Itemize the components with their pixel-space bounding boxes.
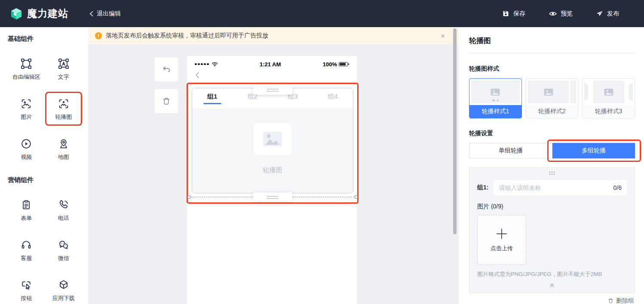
sidebar-item-text[interactable]: 文字 [45,52,83,86]
trash-icon [162,96,171,106]
style-option-2[interactable]: 轮播样式2 [526,78,579,118]
sidebar-item-service[interactable]: 客服 [8,233,45,267]
carousel-dots [492,99,499,101]
image-glyph-icon [491,88,500,96]
sidebar-item-label: 电话 [58,214,69,222]
sidebar-item-label: 文字 [58,73,69,81]
carousel-component-selection[interactable]: 组1 组2 组3 组4 [187,83,359,204]
button-icon [20,279,32,292]
image-glyph-icon [544,88,553,96]
style-option-label: 轮播样式3 [583,105,635,118]
sidebar-item-video[interactable]: 视频 [8,132,45,166]
sidebar-item-label: 轮播图 [55,113,72,121]
section-title-marketing: 营销组件 [8,176,82,184]
style-1-preview [471,81,520,103]
save-button[interactable]: 保存 [502,9,525,18]
topbar-actions: 保存 预览 发布 [502,9,619,18]
sidebar-item-label: 自由编辑区 [12,73,40,81]
banner-text: 落地页发布后会触发系统审核，审核通过后即可用于广告投放 [106,32,441,40]
exit-edit-button[interactable]: 退出编辑 [89,10,121,18]
sidebar-item-image[interactable]: 图片 [8,92,45,126]
wifi-icon [212,62,218,67]
editor-canvas: 落地页发布后会触发系统审核，审核通过后即可用于广告投放 × 1:21 AM 10… [88,27,458,304]
warning-icon [95,32,102,39]
delete-group-button[interactable]: 删除组 [469,297,635,304]
group-1-panel: 组1: 0/6 图片 (0/9) 点击上传 图片格式需为PNG/JPG/JPEG… [469,168,635,293]
sidebar-item-app-download[interactable]: 应用下载 [45,273,83,304]
style-option-3[interactable]: 轮播样式3 [582,78,635,118]
group-name-input[interactable] [494,180,627,195]
style-options: 轮播样式1 轮播样式2 [469,78,635,118]
sidebar-item-label: 视频 [21,153,32,161]
resize-handle-left[interactable] [187,195,190,199]
sidebar-item-label: 按钮 [21,295,32,302]
battery-percent: 100% [323,61,337,68]
sidebar-item-free-edit[interactable]: 自由编辑区 [8,52,45,86]
video-icon [20,137,32,150]
wechat-icon [58,239,70,251]
sidebar-item-form[interactable]: 表单 [8,193,45,227]
phone-icon [58,199,70,211]
style-option-label: 轮播样式1 [469,105,521,118]
sidebar-item-carousel[interactable]: 轮播图 [45,92,83,126]
sidebar-item-label: 客服 [21,254,32,262]
collapse-group-button[interactable] [477,282,627,288]
app-download-icon [58,279,70,292]
delete-component-button[interactable] [155,89,178,113]
scrollbar-thumb[interactable] [453,28,457,234]
multi-group-mode-button[interactable]: 多组轮播 [552,143,635,158]
upload-hint: 图片格式需为PNG/JPG/JPEG，图片不能大于2MB [477,270,627,278]
upload-image-button[interactable]: 点击上传 [477,215,526,265]
sidebar-item-phone[interactable]: 电话 [45,193,83,227]
preview-button[interactable]: 预览 [549,9,573,18]
chevron-left-icon [89,11,94,17]
sidebar-item-map[interactable]: 地图 [45,132,83,166]
banner-close-icon[interactable]: × [441,32,445,40]
carousel-placeholder-label: 轮播图 [263,166,282,174]
tab-label: 组4 [328,93,338,101]
save-icon [502,9,510,18]
settings-section-label: 轮播设置 [469,130,635,137]
carousel-content-area: 轮播图 [192,108,353,193]
sidebar-item-wechat[interactable]: 微信 [45,233,83,267]
review-notice-banner: 落地页发布后会触发系统审核，审核通过后即可用于广告投放 × [88,27,458,44]
status-time: 1:21 AM [218,61,323,68]
logo-cube-icon [9,7,23,21]
publish-button[interactable]: 发布 [596,9,619,18]
map-icon [58,137,70,150]
service-icon [20,239,32,251]
image-icon [20,97,32,110]
topbar: 魔力建站 退出编辑 保存 预览 [0,0,644,27]
app-title: 魔力建站 [27,7,68,20]
single-group-mode-button[interactable]: 单组轮播 [469,143,552,158]
group-name-label: 组1: [477,184,488,192]
drag-handle-top[interactable] [253,85,292,95]
text-icon [58,57,70,70]
delete-group-label: 删除组 [616,297,634,304]
undo-button[interactable] [155,57,178,81]
sidebar-item-label: 图片 [21,113,32,121]
image-placeholder [254,123,291,155]
style-option-1[interactable]: 轮播样式1 [469,78,522,118]
form-icon [20,199,32,211]
style-option-label: 轮播样式2 [526,105,578,118]
carousel-mode-toggle: 单组轮播 多组轮播 [469,143,635,158]
phone-status-bar: 1:21 AM 100% [187,56,357,68]
publish-icon [596,10,604,18]
group-drag-handle[interactable] [548,171,556,175]
sidebar-item-label: 应用下载 [52,295,75,302]
sidebar-item-button[interactable]: 按钮 [8,273,45,304]
sidebar-item-label: 微信 [58,254,69,262]
signal-dots-icon [195,63,209,65]
image-placeholder-icon [263,131,282,147]
double-chevron-up-icon [549,282,555,288]
tab-group-1[interactable]: 组1 [192,88,233,108]
phone-preview: 1:21 AM 100% 组1 组2 组3 [187,56,357,304]
drag-handle-bottom[interactable] [253,192,292,202]
preview-label: 预览 [561,10,573,18]
resize-handle-right[interactable] [355,195,358,199]
battery-icon [339,62,348,66]
tab-group-4[interactable]: 组4 [313,88,353,108]
phone-back-button[interactable] [187,68,357,81]
panel-title: 轮播图 [469,36,635,46]
